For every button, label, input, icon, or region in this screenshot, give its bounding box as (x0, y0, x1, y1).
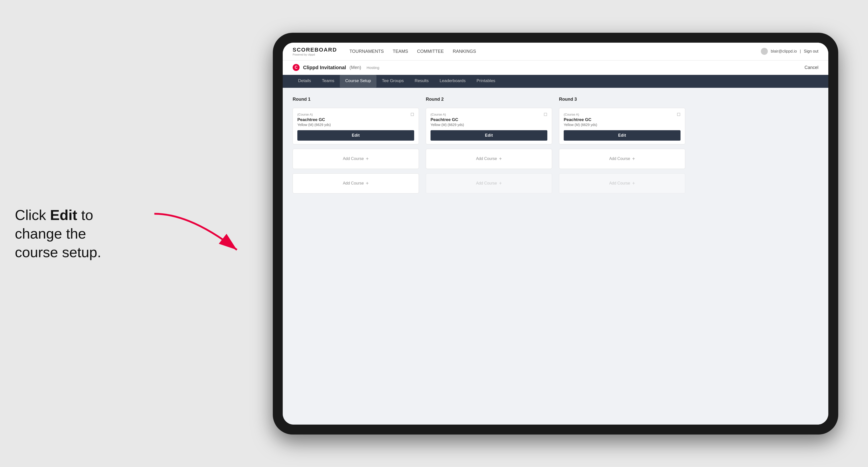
logo-area: SCOREBOARD Powered by clippd (292, 46, 337, 56)
logo-scoreboard: SCOREBOARD (292, 46, 337, 53)
round-2-course-name: Peachtree GC (431, 117, 547, 122)
nav-separator: | (800, 49, 801, 54)
tab-tee-groups[interactable]: Tee Groups (376, 75, 409, 88)
cancel-button[interactable]: Cancel (805, 65, 818, 70)
round-1-course-label: (Course A) (297, 113, 414, 116)
round-1-add-course-2-plus-icon: + (366, 181, 369, 186)
nav-links: TOURNAMENTS TEAMS COMMITTEE RANKINGS (349, 49, 761, 54)
sign-out-link[interactable]: Sign out (804, 49, 818, 54)
top-nav: SCOREBOARD Powered by clippd TOURNAMENTS… (283, 43, 828, 61)
tab-teams[interactable]: Teams (316, 75, 340, 88)
round-3-add-course-2: Add Course + (559, 174, 685, 193)
round-1-add-course-2[interactable]: Add Course + (292, 174, 419, 193)
tournament-header: C Clippd Invitational (Men) Hosting Canc… (283, 61, 828, 75)
round-1-header: Round 1 (292, 97, 419, 102)
round-2-course-card: ◻ (Course A) Peachtree GC Yellow (M) (66… (426, 108, 552, 144)
round-3-add-course-2-label: Add Course (609, 181, 630, 186)
clippd-logo: C (292, 64, 300, 71)
nav-tournaments[interactable]: TOURNAMENTS (349, 49, 384, 54)
user-email: blair@clippd.io (771, 49, 797, 54)
round-1-add-course-1-label: Add Course (343, 156, 364, 161)
round-2-add-course-2-plus-icon: + (499, 181, 502, 186)
main-content: Round 1 ◻ (Course A) Peachtree GC Yellow… (283, 88, 828, 425)
instruction-bold: Edit (50, 207, 78, 223)
round-1-add-course-1[interactable]: Add Course + (292, 149, 419, 169)
hosting-badge: Hosting (367, 65, 379, 70)
tab-details[interactable]: Details (292, 75, 316, 88)
round-2-add-course-1[interactable]: Add Course + (426, 149, 552, 169)
tablet-screen: SCOREBOARD Powered by clippd TOURNAMENTS… (283, 43, 828, 425)
logo-powered: Powered by clippd (292, 53, 337, 56)
round-3-course-label: (Course A) (564, 113, 681, 116)
round-3-column: Round 3 ◻ (Course A) Peachtree GC Yellow… (559, 97, 685, 193)
round-3-course-info: Yellow (M) (6629 yds) (564, 123, 681, 127)
nav-committee[interactable]: COMMITTEE (417, 49, 444, 54)
round-3-add-course-1-plus-icon: + (632, 156, 635, 162)
round-2-header: Round 2 (426, 97, 552, 102)
tournament-name: Clippd Invitational (303, 65, 346, 70)
round-1-course-info: Yellow (M) (6629 yds) (297, 123, 414, 127)
tab-printables[interactable]: Printables (471, 75, 501, 88)
round-3-course-card: ◻ (Course A) Peachtree GC Yellow (M) (66… (559, 108, 685, 144)
nav-rankings[interactable]: RANKINGS (453, 49, 476, 54)
tab-results[interactable]: Results (409, 75, 434, 88)
tab-course-setup[interactable]: Course Setup (340, 75, 376, 88)
round-3-add-course-2-plus-icon: + (632, 181, 635, 186)
round-1-add-course-2-label: Add Course (343, 181, 364, 186)
round-2-add-course-2: Add Course + (426, 174, 552, 193)
round-3-edit-button[interactable]: Edit (564, 130, 681, 141)
round-1-column: Round 1 ◻ (Course A) Peachtree GC Yellow… (292, 97, 419, 193)
round-2-edit-button[interactable]: Edit (431, 130, 547, 141)
round-2-course-info: Yellow (M) (6629 yds) (431, 123, 547, 127)
round-1-edit-button[interactable]: Edit (297, 130, 414, 141)
round-3-header: Round 3 (559, 97, 685, 102)
tournament-gender: (Men) (349, 65, 361, 70)
round-2-delete-icon[interactable]: ◻ (542, 111, 548, 117)
rounds-container: Round 1 ◻ (Course A) Peachtree GC Yellow… (292, 97, 818, 193)
round-2-add-course-2-label: Add Course (476, 181, 497, 186)
nav-right: blair@clippd.io | Sign out (761, 48, 818, 55)
tab-leaderboards[interactable]: Leaderboards (434, 75, 471, 88)
round-3-add-course-1-label: Add Course (609, 156, 630, 161)
round-1-course-name: Peachtree GC (297, 117, 414, 122)
tablet-device: SCOREBOARD Powered by clippd TOURNAMENTS… (273, 33, 838, 435)
sub-nav: Details Teams Course Setup Tee Groups Re… (283, 75, 828, 88)
nav-teams[interactable]: TEAMS (393, 49, 408, 54)
round-1-add-course-1-plus-icon: + (366, 156, 369, 162)
user-avatar (761, 48, 768, 55)
round-2-course-label: (Course A) (431, 113, 547, 116)
round-3-course-name: Peachtree GC (564, 117, 681, 122)
round-4-column-empty (692, 97, 818, 193)
arrow-indicator (139, 208, 268, 260)
round-2-add-course-1-plus-icon: + (499, 156, 502, 162)
round-3-add-course-1[interactable]: Add Course + (559, 149, 685, 169)
round-1-course-card: ◻ (Course A) Peachtree GC Yellow (M) (66… (292, 108, 419, 144)
instruction-text: Click Edit tochange thecourse setup. (15, 205, 159, 261)
tournament-title-area: C Clippd Invitational (Men) Hosting (292, 64, 379, 71)
round-3-delete-icon[interactable]: ◻ (676, 111, 682, 117)
round-2-add-course-1-label: Add Course (476, 156, 497, 161)
round-1-delete-icon[interactable]: ◻ (409, 111, 415, 117)
round-2-column: Round 2 ◻ (Course A) Peachtree GC Yellow… (426, 97, 552, 193)
instruction-prefix: Click (15, 207, 50, 223)
